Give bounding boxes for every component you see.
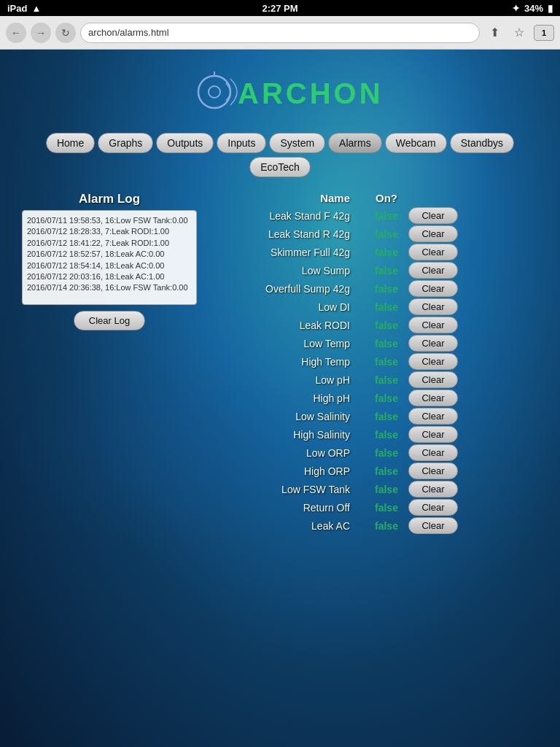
alarm-name-label: Low Salinity — [219, 411, 365, 422]
alarm-row: Leak Stand R 42gfalseClear — [219, 225, 538, 242]
alarm-clear-button[interactable]: Clear — [408, 280, 458, 297]
alarm-value-label: false — [365, 520, 408, 532]
nav-inputs[interactable]: Inputs — [217, 133, 266, 153]
tab-count-button[interactable]: 1 — [534, 25, 554, 41]
alarm-row: Leak ACfalseClear — [219, 517, 538, 534]
alarm-value-label: false — [365, 447, 408, 459]
url-bar[interactable] — [80, 23, 480, 43]
clock: 2:27 PM — [262, 3, 298, 14]
nav-system[interactable]: System — [269, 133, 325, 153]
alarm-clear-button[interactable]: Clear — [408, 353, 458, 370]
alarm-clear-button[interactable]: Clear — [408, 262, 458, 279]
alarm-clear-button[interactable]: Clear — [408, 298, 458, 315]
log-entry: 2016/07/12 18:28:33, 7:Leak RODI:1.00 — [27, 226, 192, 237]
alarm-value-label: false — [365, 465, 408, 477]
nav-home[interactable]: Home — [46, 133, 95, 153]
alarm-name-label: Leak Stand R 42g — [219, 228, 365, 240]
alarm-clear-button[interactable]: Clear — [408, 481, 458, 498]
alarm-name-label: Low Sump — [219, 265, 365, 276]
log-entry: 2016/07/14 20:36:38, 16:Low FSW Tank:0.0… — [27, 282, 192, 293]
alarm-row: Leak RODIfalseClear — [219, 317, 538, 333]
nav-standbys[interactable]: Standbys — [450, 133, 514, 153]
reload-button[interactable]: ↻ — [55, 23, 76, 43]
alarm-row: Return OfffalseClear — [219, 499, 538, 516]
alarms-rows: Leak Stand F 42gfalseClearLeak Stand R 4… — [219, 207, 538, 534]
battery-label: 34% — [524, 3, 543, 14]
alarm-value-label: false — [365, 247, 408, 258]
logo-svg: ARCHON — [178, 64, 382, 115]
alarm-value-label: false — [365, 484, 408, 495]
back-button[interactable]: ← — [6, 23, 26, 43]
nav-ecotech[interactable]: EcoTech — [249, 157, 311, 177]
alarm-value-label: false — [365, 429, 408, 441]
header-on: On? — [365, 192, 408, 204]
alarm-clear-button[interactable]: Clear — [408, 426, 458, 443]
alarm-value-label: false — [365, 392, 408, 404]
bookmark-button[interactable]: ☆ — [509, 23, 529, 43]
clear-log-button[interactable]: Clear Log — [74, 311, 145, 330]
alarm-clear-button[interactable]: Clear — [408, 408, 458, 425]
alarm-row: Overfull Sump 42gfalseClear — [219, 280, 538, 297]
alarm-row: Low DIfalseClear — [219, 298, 538, 315]
alarms-header: Name On? — [219, 192, 538, 204]
alarm-value-label: false — [365, 411, 408, 422]
alarm-row: Low TempfalseClear — [219, 335, 538, 352]
alarm-value-label: false — [365, 301, 408, 313]
nav-graphs[interactable]: Graphs — [98, 133, 153, 153]
alarm-row: High SalinityfalseClear — [219, 426, 538, 443]
log-entry: 2016/07/12 18:41:22, 7:Leak RODI:1.00 — [27, 238, 192, 249]
alarm-name-label: High Temp — [219, 356, 365, 368]
alarm-name-label: Low Temp — [219, 338, 365, 349]
alarm-name-label: Low FSW Tank — [219, 484, 365, 495]
alarm-clear-button[interactable]: Clear — [408, 207, 458, 224]
carrier-label: iPad — [7, 3, 27, 14]
nav-webcam[interactable]: Webcam — [385, 133, 447, 153]
alarm-name-label: High pH — [219, 392, 365, 404]
forward-button[interactable]: → — [31, 23, 51, 43]
share-button[interactable]: ⬆ — [484, 23, 505, 43]
alarm-clear-button[interactable]: Clear — [408, 244, 458, 260]
bluetooth-icon: ✦ — [512, 3, 520, 14]
alarm-log-box: 2016/07/11 19:58:53, 16:Low FSW Tank:0.0… — [22, 210, 197, 305]
svg-point-0 — [198, 76, 230, 108]
status-bar: iPad ▲ 2:27 PM ✦ 34% ▮ — [0, 0, 560, 16]
nav-outputs[interactable]: Outputs — [156, 133, 214, 153]
log-entry: 2016/07/12 20:03:16, 18:Leak AC:1.00 — [27, 271, 192, 282]
alarm-name-label: Overfull Sump 42g — [219, 283, 365, 295]
alarm-clear-button[interactable]: Clear — [408, 390, 458, 406]
alarm-name-label: Return Off — [219, 502, 365, 514]
status-left: iPad ▲ — [7, 3, 41, 14]
svg-text:ARCHON: ARCHON — [238, 77, 382, 109]
main-grid: Alarm Log 2016/07/11 19:58:53, 16:Low FS… — [0, 185, 560, 543]
header-action — [408, 192, 467, 204]
log-entry: 2016/07/12 18:52:57, 18:Leak AC:0.00 — [27, 249, 192, 260]
alarm-clear-button[interactable]: Clear — [408, 371, 458, 388]
alarm-clear-button[interactable]: Clear — [408, 462, 458, 479]
nav-alarms[interactable]: Alarms — [328, 133, 382, 153]
alarm-value-label: false — [365, 374, 408, 386]
wifi-icon: ▲ — [31, 3, 41, 14]
alarm-row: Leak Stand F 42gfalseClear — [219, 207, 538, 224]
alarm-name-label: Low pH — [219, 374, 365, 386]
alarm-row: Low ORPfalseClear — [219, 444, 538, 461]
alarm-clear-button[interactable]: Clear — [408, 335, 458, 352]
alarm-name-label: High ORP — [219, 465, 365, 477]
header-name: Name — [219, 192, 365, 204]
log-entry: 2016/07/12 18:54:14, 18:Leak AC:0.00 — [27, 260, 192, 271]
alarm-clear-button[interactable]: Clear — [408, 444, 458, 461]
alarm-value-label: false — [365, 283, 408, 295]
alarm-value-label: false — [365, 265, 408, 276]
content-area: ARCHON Home Graphs Outputs Inputs System… — [0, 50, 560, 565]
alarm-row: High pHfalseClear — [219, 390, 538, 406]
alarm-row: Low pHfalseClear — [219, 371, 538, 388]
battery-icon: ▮ — [548, 3, 553, 14]
alarm-clear-button[interactable]: Clear — [408, 317, 458, 333]
alarm-clear-button[interactable]: Clear — [408, 499, 458, 516]
alarm-name-label: Skimmer Full 42g — [219, 247, 365, 258]
alarm-clear-button[interactable]: Clear — [408, 517, 458, 534]
alarm-row: High ORPfalseClear — [219, 462, 538, 479]
svg-point-1 — [209, 86, 220, 98]
alarm-name-label: Low ORP — [219, 447, 365, 459]
alarm-row: High TempfalseClear — [219, 353, 538, 370]
alarm-clear-button[interactable]: Clear — [408, 225, 458, 242]
